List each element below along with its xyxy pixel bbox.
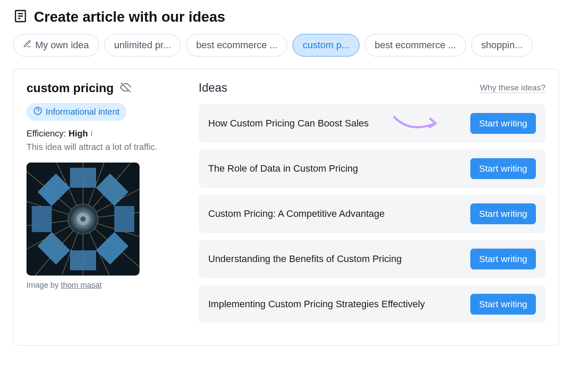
start-writing-button[interactable]: Start writing <box>470 113 536 134</box>
chip-label: unlimited pr... <box>114 40 171 51</box>
start-writing-button[interactable]: Start writing <box>470 158 536 179</box>
chip-my-own-idea[interactable]: My own idea <box>13 34 99 56</box>
efficiency-prefix: Efficiency: <box>27 129 66 139</box>
page-title: Create article with our ideas <box>34 9 225 25</box>
article-icon <box>13 9 28 25</box>
idea-title: Custom Pricing: A Competitive Advantage <box>208 207 462 221</box>
chip-idea-4[interactable]: shoppin... <box>471 34 532 56</box>
idea-card: Custom Pricing: A Competitive Advantage … <box>199 195 545 233</box>
efficiency-row: Efficiency: High i <box>27 129 183 139</box>
chip-label: best ecommerce ... <box>375 40 456 51</box>
image-credit: Image by thom masat <box>27 281 183 290</box>
idea-title: Implementing Custom Pricing Strategies E… <box>208 298 462 311</box>
idea-card: The Role of Data in Custom Pricing Start… <box>199 149 545 188</box>
idea-title: How Custom Pricing Can Boost Sales <box>208 117 462 130</box>
content-panel: custom pricing Informational intent Ef <box>13 69 559 345</box>
svg-rect-28 <box>70 250 96 270</box>
topic-image <box>27 163 140 276</box>
chip-idea-2[interactable]: custom p... <box>293 34 359 56</box>
idea-chips-row: My own idea unlimited pr... best ecommer… <box>13 34 559 56</box>
idea-card: How Custom Pricing Can Boost Sales Start… <box>199 104 545 143</box>
question-circle-icon <box>33 106 42 117</box>
chip-idea-0[interactable]: unlimited pr... <box>104 34 181 56</box>
info-icon[interactable]: i <box>90 129 93 138</box>
svg-rect-30 <box>32 206 52 232</box>
efficiency-value: High <box>69 129 88 139</box>
intent-badge: Informational intent <box>27 103 126 121</box>
idea-title: Understanding the Benefits of Custom Pri… <box>208 252 462 266</box>
why-these-ideas-link[interactable]: Why these ideas? <box>480 83 545 93</box>
idea-title: The Role of Data in Custom Pricing <box>208 162 462 176</box>
chip-label: My own idea <box>35 40 89 51</box>
image-credit-author-link[interactable]: thom masat <box>61 281 102 289</box>
topic-title: custom pricing <box>27 81 114 95</box>
start-writing-button[interactable]: Start writing <box>470 249 536 269</box>
pencil-icon <box>23 40 32 51</box>
eye-off-icon[interactable] <box>120 82 131 95</box>
ideas-heading: Ideas <box>199 81 227 95</box>
chip-label: best ecommerce ... <box>196 40 277 51</box>
svg-rect-26 <box>114 206 134 232</box>
idea-card: Understanding the Benefits of Custom Pri… <box>199 240 545 278</box>
intent-label: Informational intent <box>46 107 120 117</box>
start-writing-button[interactable]: Start writing <box>470 203 536 224</box>
svg-point-35 <box>80 216 86 222</box>
chip-idea-3[interactable]: best ecommerce ... <box>365 34 466 56</box>
chip-idea-1[interactable]: best ecommerce ... <box>186 34 287 56</box>
topic-sidebar: custom pricing Informational intent Ef <box>27 81 183 330</box>
idea-card: Implementing Custom Pricing Strategies E… <box>199 285 545 323</box>
efficiency-description: This idea will attract a lot of traffic. <box>27 142 183 152</box>
svg-rect-24 <box>70 168 96 188</box>
start-writing-button[interactable]: Start writing <box>470 294 536 315</box>
image-credit-prefix: Image by <box>27 281 61 289</box>
page-header: Create article with our ideas <box>13 9 559 25</box>
ideas-column: Ideas Why these ideas? How Custom Pricin… <box>199 81 545 330</box>
chip-label: shoppin... <box>481 40 522 51</box>
chip-label: custom p... <box>303 40 349 51</box>
